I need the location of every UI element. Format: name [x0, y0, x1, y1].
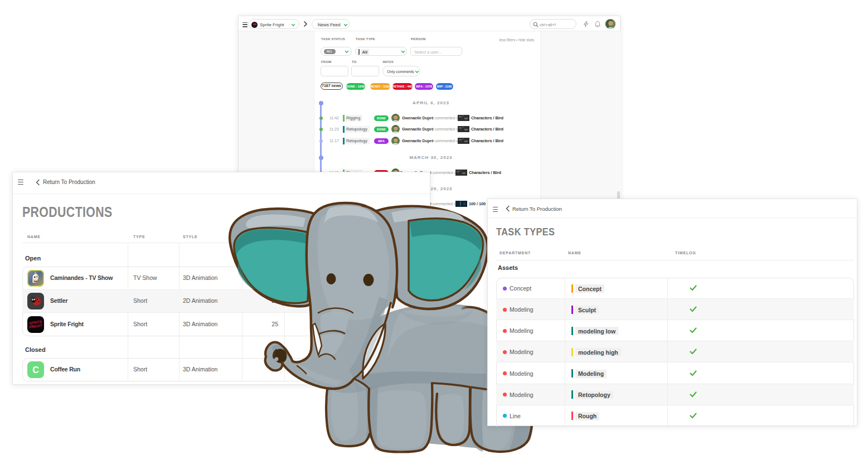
svg-text:C: C — [32, 365, 39, 375]
